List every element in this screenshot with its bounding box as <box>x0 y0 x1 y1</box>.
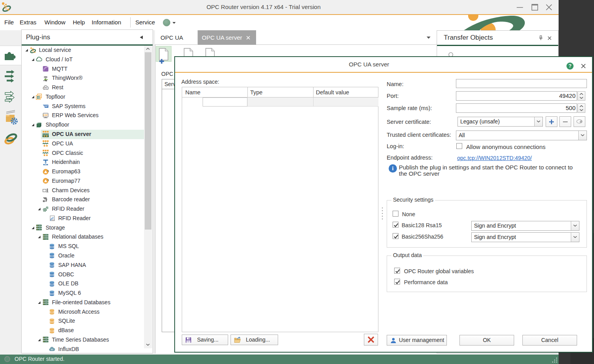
svg-text:(R): (R) <box>44 86 47 90</box>
svg-text:HEID: HEID <box>44 164 47 165</box>
svg-text:ERP: ERP <box>43 114 48 116</box>
svg-text:RFID: RFID <box>52 219 55 221</box>
svg-text:SAP: SAP <box>43 105 48 107</box>
